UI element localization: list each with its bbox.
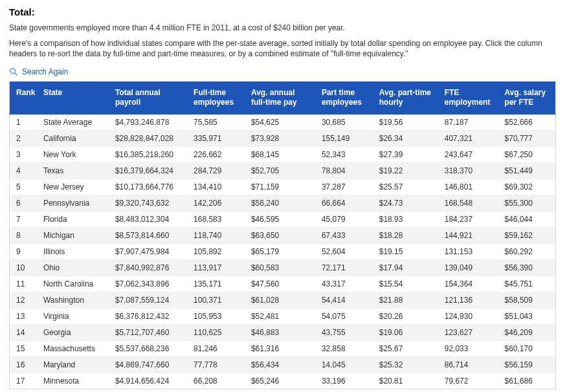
cell-ft: 135,171 — [187, 276, 245, 292]
cell-state[interactable]: Pennsylvania — [37, 195, 109, 211]
cell-ftee: 243,647 — [438, 146, 498, 162]
cell-ptavg: $27.39 — [373, 146, 438, 162]
cell-rank: 2 — [10, 130, 37, 146]
cell-avgfte: $56,159 — [498, 356, 556, 373]
cell-ftee: 131,153 — [438, 243, 498, 259]
cell-pay: $9,320,743,632 — [109, 195, 187, 211]
cell-pay: $7,087,559,124 — [109, 292, 187, 308]
cell-ptavg: $20.26 — [373, 308, 438, 324]
cell-ptavg: $19.15 — [373, 243, 438, 259]
cell-rank: 5 — [10, 179, 37, 195]
page-title: Total: — [9, 6, 556, 17]
cell-pay: $6,376,812,432 — [109, 308, 187, 324]
cell-avgfte: $46,044 — [498, 211, 556, 227]
cell-rank: 14 — [10, 324, 37, 340]
cell-ft: 100,371 — [187, 292, 245, 308]
cell-ft: 110,625 — [187, 324, 245, 340]
cell-ptavg: $19.22 — [373, 162, 438, 179]
cell-rank: 10 — [10, 259, 37, 276]
cell-avgft: $56,434 — [245, 356, 315, 373]
cell-ftee: 87,187 — [438, 114, 498, 130]
cell-ptavg: $19.06 — [373, 324, 438, 340]
cell-ftee: 407,321 — [438, 130, 498, 146]
cell-state[interactable]: State Average — [37, 114, 109, 130]
cell-pay: $4,869,747,660 — [109, 356, 187, 373]
cell-avgfte: $61,686 — [498, 373, 556, 389]
table-row: 12Washington$7,087,559,124100,371$61,028… — [10, 292, 556, 308]
col-ptavg[interactable]: Avg. part-time hourly — [373, 82, 438, 114]
cell-avgfte: $69,302 — [498, 179, 556, 195]
col-avgft[interactable]: Avg. annual full-time pay — [245, 82, 315, 114]
col-ftee[interactable]: FTE employment — [438, 82, 498, 114]
cell-ft: 142,206 — [187, 195, 245, 211]
cell-avgfte: $59,162 — [498, 227, 556, 243]
search-again-link[interactable]: Search Again — [9, 67, 68, 76]
cell-avgfte: $70,777 — [498, 130, 556, 146]
data-table: Rank State Total annual payroll Full-tim… — [9, 82, 556, 389]
cell-pay: $16,379,664,324 — [109, 162, 187, 179]
cell-pt: 45,079 — [315, 211, 373, 227]
col-ft[interactable]: Full-time employees — [187, 82, 245, 114]
cell-ptavg: $18.28 — [373, 227, 438, 243]
table-row: 6Pennsylvania$9,320,743,632142,206$56,24… — [10, 195, 556, 211]
cell-ft: 105,953 — [187, 308, 245, 324]
cell-ft: 168,583 — [187, 211, 245, 227]
cell-rank: 12 — [10, 292, 37, 308]
cell-state[interactable]: Georgia — [37, 324, 109, 340]
cell-rank: 1 — [10, 114, 37, 130]
col-rank[interactable]: Rank — [10, 82, 37, 114]
cell-pt: 43,755 — [315, 324, 373, 340]
cell-state[interactable]: New Jersey — [37, 179, 109, 195]
cell-pt: 72,171 — [315, 259, 373, 276]
cell-ftee: 124,930 — [438, 308, 498, 324]
cell-state[interactable]: Illinois — [37, 243, 109, 259]
cell-avgfte: $51,043 — [498, 308, 556, 324]
cell-avgft: $71,159 — [245, 179, 315, 195]
cell-ptavg: $17.94 — [373, 259, 438, 276]
cell-pt: 66,664 — [315, 195, 373, 211]
svg-line-1 — [15, 72, 17, 75]
cell-pt: 32,858 — [315, 340, 373, 356]
cell-state[interactable]: Massachusetts — [37, 340, 109, 356]
cell-ft: 81,246 — [187, 340, 245, 356]
cell-pay: $7,907,475,984 — [109, 243, 187, 259]
cell-pay: $16,385,218,260 — [109, 146, 187, 162]
cell-state[interactable]: Florida — [37, 211, 109, 227]
cell-state[interactable]: Michigan — [37, 227, 109, 243]
cell-ftee: 318,370 — [438, 162, 498, 179]
table-row: 15Massachusetts$5,537,668,23681,246$61,3… — [10, 340, 556, 356]
cell-avgfte: $60,170 — [498, 340, 556, 356]
col-state[interactable]: State — [37, 82, 109, 114]
table-row: 11North Carolina$7,062,343,896135,171$47… — [10, 276, 556, 292]
cell-avgft: $65,179 — [245, 243, 315, 259]
cell-pt: 52,604 — [315, 243, 373, 259]
table-row: 16Maryland$4,869,747,66077,778$56,43414,… — [10, 356, 556, 373]
cell-avgfte: $55,300 — [498, 195, 556, 211]
cell-state[interactable]: California — [37, 130, 109, 146]
cell-state[interactable]: Maryland — [37, 356, 109, 373]
col-pt[interactable]: Part time employees — [315, 82, 373, 114]
cell-avgft: $61,316 — [245, 340, 315, 356]
cell-ftee: 168,548 — [438, 195, 498, 211]
cell-avgft: $46,595 — [245, 211, 315, 227]
cell-avgft: $52,705 — [245, 162, 315, 179]
cell-ptavg: $19.56 — [373, 114, 438, 130]
table-row: 14Georgia$5,712,707,460110,625$46,88343,… — [10, 324, 556, 340]
cell-ftee: 146,801 — [438, 179, 498, 195]
cell-ptavg: $25.67 — [373, 340, 438, 356]
cell-state[interactable]: Texas — [37, 162, 109, 179]
cell-pt: 43,317 — [315, 276, 373, 292]
cell-state[interactable]: Washington — [37, 292, 109, 308]
cell-state[interactable]: Virginia — [37, 308, 109, 324]
col-avgfte[interactable]: Avg. salary per FTE — [498, 82, 556, 114]
cell-avgfte: $51,449 — [498, 162, 556, 179]
cell-ftee: 144,921 — [438, 227, 498, 243]
col-pay[interactable]: Total annual payroll — [109, 82, 187, 114]
cell-state[interactable]: New York — [37, 146, 109, 162]
cell-state[interactable]: North Carolina — [37, 276, 109, 292]
cell-ftee: 86,714 — [438, 356, 498, 373]
cell-state[interactable]: Ohio — [37, 259, 109, 276]
cell-ft: 134,410 — [187, 179, 245, 195]
cell-pay: $8,573,814,660 — [109, 227, 187, 243]
cell-state[interactable]: Minnesota — [37, 373, 109, 389]
